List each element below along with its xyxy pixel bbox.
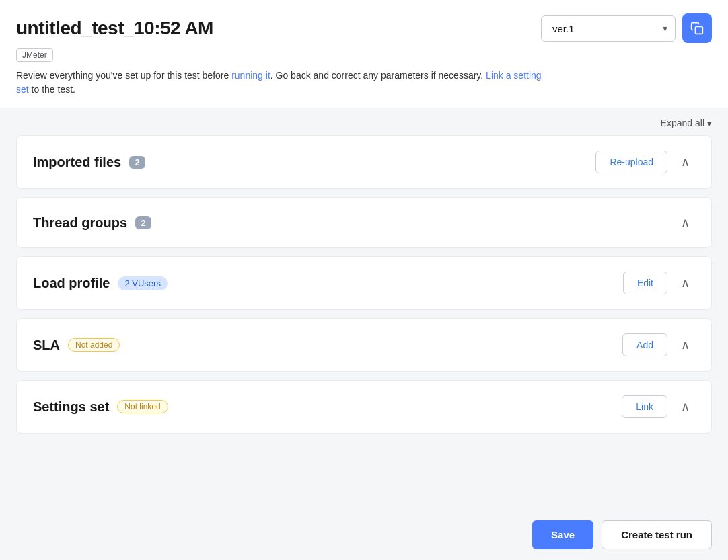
imported-files-collapse-button[interactable]: ∧ [676,152,695,172]
link-settings-button[interactable]: Link [622,395,667,418]
chevron-up-icon: ∧ [681,337,690,352]
expand-all-button[interactable]: Expand all ▾ [661,118,712,128]
description-text-2: . Go back and correct any parameters if … [270,70,486,81]
imported-files-title-row: Imported files 2 [33,155,145,170]
create-test-run-button[interactable]: Create test run [602,520,712,549]
thread-groups-collapse-button[interactable]: ∧ [676,212,695,233]
thread-groups-actions: ∧ [676,212,695,233]
version-select-wrapper: ver.1 ver.2 ver.3 ▾ [541,15,676,42]
imported-files-actions: Re-upload ∧ [595,151,695,173]
page: untitled_test_10:52 AM ver.1 ver.2 ver.3… [0,0,728,560]
settings-set-header: Settings set Not linked Link ∧ [17,381,711,433]
expand-all-label: Expand all [661,118,704,128]
header: untitled_test_10:52 AM ver.1 ver.2 ver.3… [0,0,728,108]
chevron-up-icon: ∧ [681,215,690,230]
imported-files-header: Imported files 2 Re-upload ∧ [17,136,711,188]
load-profile-title: Load profile [33,276,110,291]
chevron-up-icon: ∧ [681,399,690,414]
settings-set-title-row: Settings set Not linked [33,399,168,415]
sla-title: SLA [33,337,60,353]
page-title: untitled_test_10:52 AM [16,17,213,39]
settings-set-actions: Link ∧ [622,395,695,418]
sla-title-row: SLA Not added [33,337,120,353]
imported-files-badge: 2 [129,156,145,169]
save-button[interactable]: Save [532,520,593,549]
version-select[interactable]: ver.1 ver.2 ver.3 [541,15,676,42]
settings-set-title: Settings set [33,399,109,415]
description-text-1: Review everything you've set up for this… [16,70,231,81]
load-profile-collapse-button[interactable]: ∧ [676,273,695,293]
expand-all-row: Expand all ▾ [16,108,712,135]
description-link-running: running it [231,70,270,81]
load-profile-title-row: Load profile 2 VUsers [33,276,168,291]
imported-files-section: Imported files 2 Re-upload ∧ [16,135,712,189]
imported-files-title: Imported files [33,155,121,170]
settings-set-not-linked-badge: Not linked [117,400,168,413]
settings-set-section: Settings set Not linked Link ∧ [16,380,712,434]
footer: Save Create test run [0,510,728,560]
load-profile-vusers-badge: 2 VUsers [118,276,167,290]
sla-actions: Add ∧ [622,333,695,356]
sla-header: SLA Not added Add ∧ [17,319,711,371]
load-profile-section: Load profile 2 VUsers Edit ∧ [16,256,712,310]
thread-groups-title-row: Thread groups 2 [33,215,151,231]
svg-rect-0 [696,27,703,34]
thread-groups-badge: 2 [135,216,151,229]
sla-section: SLA Not added Add ∧ [16,318,712,372]
jmeter-tag: JMeter [16,48,53,62]
thread-groups-section: Thread groups 2 ∧ [16,197,712,248]
settings-set-collapse-button[interactable]: ∧ [676,397,695,417]
thread-groups-header: Thread groups 2 ∧ [17,198,711,247]
sla-not-added-badge: Not added [68,338,120,352]
edit-load-profile-button[interactable]: Edit [623,272,667,294]
load-profile-actions: Edit ∧ [623,272,695,294]
header-top: untitled_test_10:52 AM ver.1 ver.2 ver.3… [16,13,712,43]
expand-all-chevron-icon: ▾ [707,118,712,128]
add-sla-button[interactable]: Add [622,333,667,356]
thread-groups-title: Thread groups [33,215,127,231]
load-profile-header: Load profile 2 VUsers Edit ∧ [17,257,711,309]
chevron-up-icon: ∧ [681,276,690,290]
sla-collapse-button[interactable]: ∧ [676,335,695,355]
header-right: ver.1 ver.2 ver.3 ▾ [541,13,712,43]
description: Review everything you've set up for this… [16,69,554,97]
re-upload-button[interactable]: Re-upload [595,151,667,173]
copy-button[interactable] [682,13,712,43]
content: Expand all ▾ Imported files 2 Re-upload … [0,108,728,510]
copy-icon [690,22,704,35]
description-text-3: to the test. [29,84,75,95]
chevron-up-icon: ∧ [681,155,690,169]
